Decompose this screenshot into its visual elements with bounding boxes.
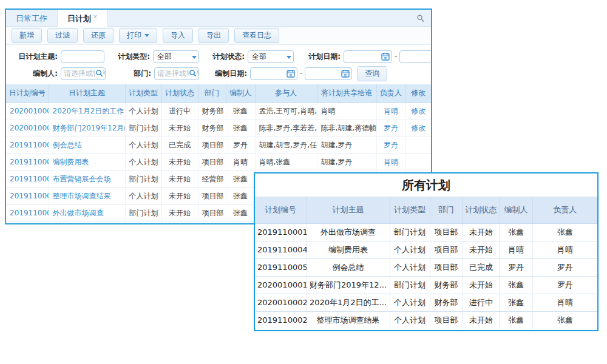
owner-cell: 罗丹 [532,258,597,276]
add-button[interactable]: 新增 [12,28,42,43]
print-button[interactable]: 打印 [119,28,157,43]
plan-id-cell: 2019110001 [255,223,307,241]
toolbar: 新增 过滤 还原 打印 导入 导出 查看日志 [6,27,431,45]
owner-link[interactable]: 肖晴 [376,103,405,120]
creator-cell: 张鑫 [226,187,255,204]
tab-daily-work[interactable]: 日常工作 [6,10,57,26]
edit-link[interactable]: 修改 [405,120,431,136]
subject-input[interactable] [61,50,104,63]
column-header: 计划编号 [255,197,307,223]
edit-link[interactable]: 修改 [405,103,431,120]
import-button[interactable]: 导入 [163,28,193,43]
restore-button[interactable]: 还原 [83,28,114,43]
creator-cell: 张鑫 [226,170,255,187]
share-with-cell: 陈非,胡建,蒋德帧,... [317,120,376,136]
plan-id-link[interactable]: 2019110002 [6,187,49,204]
plan-status-cell: 已完成 [463,258,500,276]
all-plans-window: 所有计划 计划编号计划主题计划类型部门计划状态编制人负责人 2019110001… [254,172,599,331]
plan-status-cell: 未开始 [463,223,500,241]
chevron-down-icon [287,56,291,59]
creator-cell: 张鑫 [500,294,532,311]
plan-id-link[interactable]: 2019110003 [6,170,49,187]
plan-type-cell: 部门计划 [125,170,161,187]
plan-status-cell: 未开始 [161,170,198,187]
plan-status-cell: 未开始 [463,276,500,294]
calendar-icon[interactable] [381,52,390,61]
plan-id-link[interactable]: 2019110005 [6,136,49,153]
search-icon[interactable] [416,14,425,22]
owner-link[interactable]: 肖晴 [376,153,405,170]
table-row: 2019110005例会总结个人计划项目部已完成罗丹罗丹 [255,258,597,276]
created-date-to-input[interactable] [305,67,352,80]
plan-status-cell: 未开始 [161,153,198,170]
dept-cell: 项目部 [430,258,463,276]
plan-subject-link[interactable]: 例会总结 [49,136,125,153]
owner-link[interactable]: 罗丹 [376,136,405,153]
creator-cell: 张鑫 [226,103,255,120]
dept-input[interactable]: 请选择或输入 [154,67,199,80]
plan-type-cell: 个人计划 [125,103,161,120]
dept-cell: 经营部 [198,170,226,187]
participants-cell: 孟浩,王可可,肖晴,张鑫 [255,103,317,120]
table-header-row: 日计划编号日计划主题计划类型计划状态部门编制人参与人将计划共享给谁负责人修改 [6,84,431,103]
tab-daily-plan[interactable]: 日计划× [57,10,108,27]
plan-subject-cell: 例会总结 [307,258,390,276]
query-button[interactable]: 查询 [357,66,387,81]
view-log-button[interactable]: 查看日志 [234,28,279,43]
plan-id-link[interactable]: 2020010002 [6,103,49,120]
plan-id-link[interactable]: 2020010001 [6,120,49,136]
plan-id-cell: 2020010001 [255,276,307,294]
filter-form: 日计划主题: 计划类型: 全部 计划状态: 全部 计划日期: [6,45,431,84]
calendar-icon[interactable] [287,69,295,78]
plan-subject-link[interactable]: 外出做市场调查 [49,204,125,221]
plan-subject-link[interactable]: 2020年1月2日的工作日... [49,103,125,120]
plan-date-to-input[interactable] [399,50,431,63]
filter-button[interactable]: 过滤 [47,28,78,43]
plan-status-select[interactable]: 全部 [248,50,294,63]
plan-subject-link[interactable]: 整理市场调查结果 [49,187,125,204]
owner-link[interactable]: 罗丹 [376,120,405,136]
plan-subject-link[interactable]: 编制费用表 [49,153,125,170]
dept-cell: 财务部 [198,120,226,136]
dept-cell: 财务部 [198,103,226,120]
plan-subject-link[interactable]: 布置营销展会会场 [49,170,125,187]
column-header: 计划状态 [161,84,198,103]
table-row: 2019110001外出做市场调查部门计划项目部未开始张鑫张鑫 [255,223,597,241]
column-header: 计划状态 [463,197,500,223]
plan-date-label: 计划日期: [294,52,344,62]
table-row: 2019110004编制费用表个人计划未开始项目部肖晴肖晴,张鑫胡建,罗丹肖晴 [6,153,431,170]
dept-cell: 财务部 [430,276,463,294]
plan-date-from-input[interactable] [344,50,392,63]
plan-id-link[interactable]: 2019110001 [6,204,49,221]
table-header-row: 计划编号计划主题计划类型部门计划状态编制人负责人 [255,197,597,223]
filter-row-1: 日计划主题: 计划类型: 全部 计划状态: 全部 计划日期: [6,48,431,65]
table-row: 2020010001财务部门2019年12月的...部门计划未开始财务部张鑫陈非… [6,120,431,136]
export-button[interactable]: 导出 [198,28,229,43]
search-icon[interactable] [95,69,103,77]
plan-type-cell: 个人计划 [390,258,430,276]
column-header: 负责人 [532,197,597,223]
creator-cell: 罗丹 [226,136,255,153]
owner-cell: 肖晴 [532,241,597,258]
plan-id-cell: 2019110004 [255,241,307,258]
column-header: 计划类型 [125,84,161,103]
calendar-icon[interactable] [341,69,350,78]
plan-type-cell: 个人计划 [125,136,161,153]
plan-status-cell: 已完成 [161,136,198,153]
plan-type-select[interactable]: 全部 [153,50,199,63]
plan-type-cell: 个人计划 [390,311,430,329]
created-date-from-input[interactable] [250,67,297,80]
tab-close-icon[interactable]: × [93,13,98,19]
plan-status-cell: 未开始 [161,120,198,136]
dept-label: 部门: [106,69,154,79]
dept-cell: 项目部 [430,223,463,241]
plan-subject-link[interactable]: 财务部门2019年12月的... [49,120,125,136]
creator-input[interactable]: 请选择或输入 [61,67,106,80]
dept-cell: 财务部 [430,294,463,311]
plan-id-link[interactable]: 2019110004 [6,153,49,170]
plan-id-cell: 2019110005 [255,258,307,276]
table-row: 2019110004编制费用表个人计划项目部未开始肖晴肖晴 [255,241,597,258]
search-icon[interactable] [189,69,197,77]
plan-type-cell: 个人计划 [125,153,161,170]
column-header: 计划主题 [307,197,390,223]
